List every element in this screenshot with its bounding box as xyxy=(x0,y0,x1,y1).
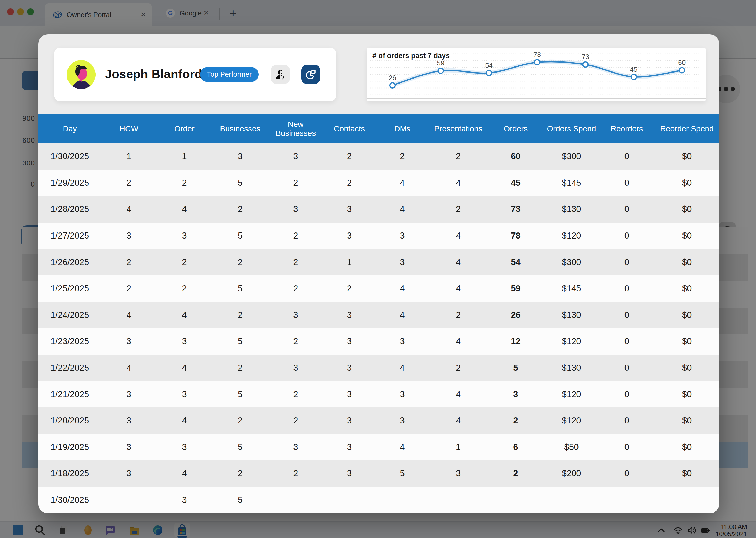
table-cell: 2 xyxy=(375,151,429,161)
table-cell: 5 xyxy=(213,178,268,188)
table-cell: 0 xyxy=(599,389,655,399)
taskbar-task-view-icon[interactable] xyxy=(57,523,70,537)
table-cell: 0 xyxy=(599,204,655,214)
table-cell: 4 xyxy=(375,178,429,188)
table-cell: 2 xyxy=(268,336,323,346)
table-cell: 3 xyxy=(268,442,323,452)
table-cell: $0 xyxy=(655,415,719,426)
window-minimize-button[interactable] xyxy=(17,8,24,15)
table-row: 1/30/2025113322260$3000$0 xyxy=(38,143,719,170)
tab-divider xyxy=(219,8,220,20)
wifi-icon[interactable] xyxy=(673,525,683,535)
taskbar-cortana-icon[interactable] xyxy=(81,523,95,537)
table-cell: $0 xyxy=(655,310,719,320)
table-cell: 1/21/2025 xyxy=(38,389,101,399)
table-cell: $120 xyxy=(544,389,599,399)
taskbar-clock[interactable]: 11:00 AM 10/05/2021 xyxy=(716,523,747,537)
tab-close-icon[interactable]: × xyxy=(204,8,209,18)
table-cell: 3 xyxy=(157,336,213,346)
data-point xyxy=(631,74,636,80)
table-cell: 1/20/2025 xyxy=(38,415,101,426)
table-cell: 3 xyxy=(323,204,375,214)
table-cell: 1 xyxy=(323,257,375,267)
taskbar-edge-icon[interactable] xyxy=(151,523,164,537)
background-axis-tick: 0 xyxy=(8,180,35,188)
performer-name: Joseph Blanford xyxy=(105,67,202,81)
column-header: Businesses xyxy=(213,124,268,133)
table-cell: 78 xyxy=(488,231,544,241)
data-point xyxy=(535,60,540,65)
table-cell: 2 xyxy=(488,415,544,426)
column-header: Day xyxy=(38,124,101,133)
table-cell: 2 xyxy=(213,363,268,373)
table-cell: 3 xyxy=(429,468,488,478)
taskbar-start-icon[interactable] xyxy=(12,523,25,537)
table-cell: 1 xyxy=(429,442,488,452)
tab-owners-portal[interactable]: OP Owner's Portal × xyxy=(45,3,152,26)
taskbar-file-explorer-icon[interactable] xyxy=(128,523,141,537)
tab-google[interactable]: G Google × xyxy=(158,3,215,23)
table-cell: 2 xyxy=(323,151,375,161)
table-cell: 3 xyxy=(101,442,157,452)
profile-view-button[interactable] xyxy=(271,65,290,84)
table-cell: 2 xyxy=(157,284,213,294)
table-cell: 3 xyxy=(323,468,375,478)
taskbar-search-icon[interactable] xyxy=(33,523,46,537)
table-cell: 3 xyxy=(323,336,375,346)
table-cell: 0 xyxy=(599,442,655,452)
table-cell: 4 xyxy=(429,389,488,399)
table-cell: 2 xyxy=(429,151,488,161)
table-cell: 59 xyxy=(488,284,544,294)
table-cell: $0 xyxy=(655,204,719,214)
tray-chevron-up-icon[interactable] xyxy=(656,525,666,535)
table-cell: 0 xyxy=(599,363,655,373)
data-point xyxy=(679,68,685,73)
table-row: 1/30/202535 xyxy=(38,487,719,513)
window-close-button[interactable] xyxy=(7,8,14,15)
table-cell: $200 xyxy=(544,468,599,478)
table-cell: 2 xyxy=(323,178,375,188)
table-cell: 2 xyxy=(101,284,157,294)
battery-icon[interactable] xyxy=(700,525,710,535)
table-cell: $120 xyxy=(544,415,599,426)
tab-title: Google xyxy=(179,9,202,17)
volume-icon[interactable] xyxy=(687,525,697,535)
table-cell: 1 xyxy=(101,151,157,161)
performer-detail-modal: Joseph Blanford Top Performer # of order… xyxy=(38,34,719,513)
window-zoom-button[interactable] xyxy=(27,8,34,15)
taskbar-active-indicator xyxy=(177,536,187,538)
table-cell: $0 xyxy=(655,284,719,294)
tab-title: Owner's Portal xyxy=(67,11,139,19)
table-cell: 1/19/2025 xyxy=(38,442,101,452)
column-header: New Businesses xyxy=(268,120,323,138)
table-cell: 4 xyxy=(157,363,213,373)
taskbar-store-icon[interactable] xyxy=(176,523,189,537)
table-cell: $120 xyxy=(544,336,599,346)
table-cell: 4 xyxy=(101,363,157,373)
table-cell: $0 xyxy=(655,257,719,267)
data-point xyxy=(438,68,443,73)
taskbar-chat-icon[interactable] xyxy=(103,523,116,537)
table-cell: 2 xyxy=(268,178,323,188)
table-cell: 3 xyxy=(323,442,375,452)
table-cell: 5 xyxy=(213,336,268,346)
table-cell: $0 xyxy=(655,231,719,241)
pie-chart-icon xyxy=(305,68,317,81)
profile-card: Joseph Blanford Top Performer xyxy=(54,48,336,101)
table-cell: $130 xyxy=(544,363,599,373)
new-tab-button[interactable]: + xyxy=(226,6,240,21)
table-cell: 3 xyxy=(101,389,157,399)
column-header: DMs xyxy=(375,124,429,133)
table-cell: 3 xyxy=(213,151,268,161)
data-label: 78 xyxy=(533,51,541,59)
table-cell: 3 xyxy=(375,389,429,399)
table-cell: 2 xyxy=(488,468,544,478)
stats-view-button[interactable] xyxy=(301,65,320,84)
table-cell: 2 xyxy=(157,257,213,267)
svg-text:G: G xyxy=(168,10,173,17)
tab-close-icon[interactable]: × xyxy=(141,9,146,20)
browser-tab-bar: OP Owner's Portal × G Google × + xyxy=(0,0,756,26)
table-cell: 3 xyxy=(101,231,157,241)
svg-text:OP: OP xyxy=(54,13,61,18)
table-cell: 1/22/2025 xyxy=(38,363,101,373)
